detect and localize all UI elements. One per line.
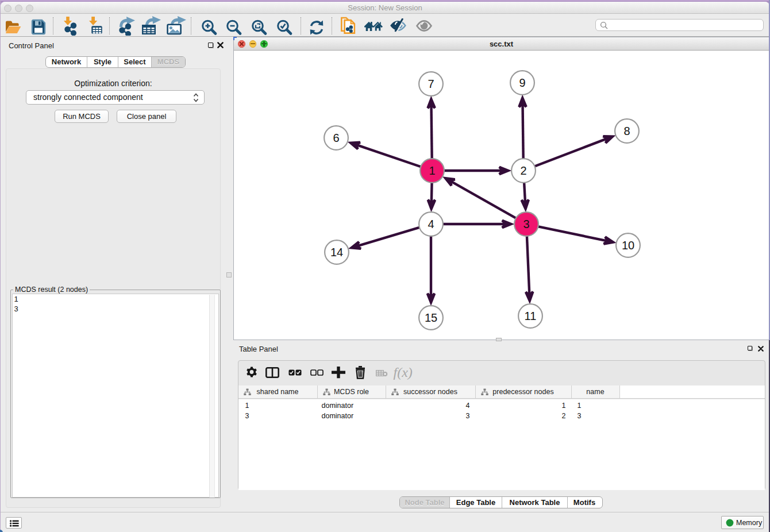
- svg-text:2: 2: [520, 164, 526, 177]
- svg-text:15: 15: [425, 311, 437, 324]
- svg-text:6: 6: [333, 132, 339, 144]
- svg-text:4: 4: [428, 218, 434, 230]
- svg-text:14: 14: [330, 246, 343, 259]
- svg-text:7: 7: [428, 78, 434, 90]
- svg-text:10: 10: [622, 239, 634, 252]
- svg-text:9: 9: [519, 76, 525, 89]
- svg-text:1: 1: [429, 164, 435, 177]
- svg-text:11: 11: [525, 310, 537, 322]
- svg-text:3: 3: [523, 218, 529, 230]
- svg-text:8: 8: [623, 125, 630, 137]
